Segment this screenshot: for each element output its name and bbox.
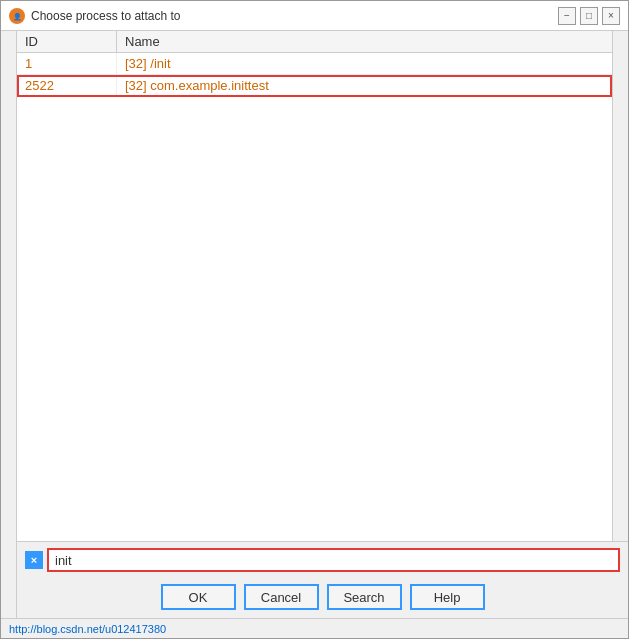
status-text: http://blog.csdn.net/u012417380 [9,623,166,635]
cell-name-1: [32] /init [117,53,612,74]
table-body[interactable]: 1 [32] /init 2522 [32] com.example.initt… [17,53,612,541]
search-button[interactable]: Search [327,584,402,610]
maximize-button[interactable]: □ [580,7,598,25]
status-bar: http://blog.csdn.net/u012417380 [1,618,628,638]
window-controls: − □ × [558,7,620,25]
help-button[interactable]: Help [410,584,485,610]
table-header: ID Name [17,31,612,53]
column-id: ID [17,31,117,52]
table-row[interactable]: 1 [32] /init [17,53,612,75]
cancel-button[interactable]: Cancel [244,584,319,610]
button-row: OK Cancel Search Help [17,578,628,618]
search-input[interactable] [47,548,620,572]
minimize-button[interactable]: − [558,7,576,25]
content-area: ID Name 1 [32] /init 2522 [32] com.exa [1,31,628,618]
search-row: × [17,542,628,578]
svg-text:👤: 👤 [13,12,22,21]
title-bar: 👤 Choose process to attach to − □ × [1,1,628,31]
close-button[interactable]: × [602,7,620,25]
bottom-section: × OK Cancel Search Help [17,541,628,618]
table-row[interactable]: 2522 [32] com.example.inittest [17,75,612,97]
table-wrapper: ID Name 1 [32] /init 2522 [32] com.exa [17,31,628,541]
app-icon: 👤 [9,8,25,24]
process-table: ID Name 1 [32] /init 2522 [32] com.exa [17,31,628,541]
cell-id-2: 2522 [17,75,117,96]
vertical-scrollbar[interactable] [612,31,628,541]
dialog-window: 👤 Choose process to attach to − □ × ID [0,0,629,639]
cell-name-2: [32] com.example.inittest [117,75,612,96]
clear-search-button[interactable]: × [25,551,43,569]
left-panel [1,31,17,618]
ok-button[interactable]: OK [161,584,236,610]
column-name: Name [117,31,612,52]
main-content: ID Name 1 [32] /init 2522 [32] com.exa [17,31,628,618]
cell-id-1: 1 [17,53,117,74]
window-title: Choose process to attach to [31,9,558,23]
